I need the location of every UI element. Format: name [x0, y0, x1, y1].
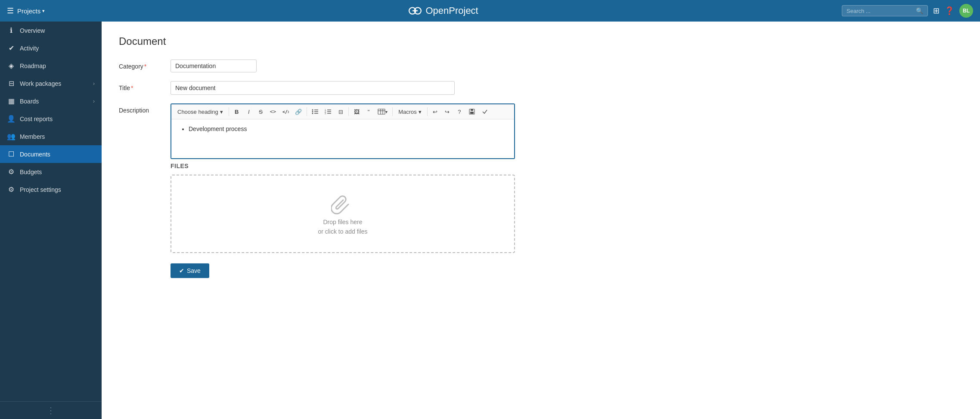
- avatar[interactable]: BL: [959, 4, 973, 18]
- save-toolbar-button[interactable]: [466, 106, 478, 117]
- editor-field: Choose heading ▾ B I S <> </> 🔗: [171, 103, 515, 278]
- bullet-list-icon: [312, 109, 319, 115]
- numbered-list-button[interactable]: 1. 2. 3.: [322, 106, 334, 117]
- roadmap-icon: ◈: [7, 62, 16, 70]
- title-row: Title*: [119, 81, 963, 95]
- toolbar-separator-3: [348, 107, 349, 116]
- sidebar-item-label: Members: [20, 133, 95, 140]
- macros-label: Macros: [398, 109, 417, 115]
- required-star: *: [131, 84, 133, 91]
- documents-icon: ☐: [7, 150, 16, 158]
- category-row: Category* Documentation Meetings Technic…: [119, 59, 963, 72]
- toolbar-separator-2: [307, 107, 307, 116]
- macros-dropdown-button[interactable]: Macros ▾: [395, 107, 425, 117]
- sidebar-item-boards[interactable]: ▦ Boards ›: [0, 92, 102, 110]
- svg-point-8: [312, 113, 313, 114]
- logo-text: OpenProject: [425, 5, 478, 16]
- members-icon: 👥: [7, 132, 16, 141]
- drop-files-text: Drop files here: [323, 219, 362, 225]
- sidebar-item-activity[interactable]: ✔ Activity: [0, 39, 102, 57]
- budgets-icon: ⚙: [7, 168, 16, 176]
- editor-toolbar: Choose heading ▾ B I S <> </> 🔗: [171, 104, 514, 119]
- help-button[interactable]: ?: [454, 106, 465, 117]
- undo-button[interactable]: ↩: [430, 106, 441, 117]
- cost-reports-icon: 👤: [7, 115, 16, 123]
- sidebar-item-label: Activity: [20, 45, 95, 52]
- quote-button[interactable]: ": [363, 106, 374, 117]
- macros-chevron-icon: ▾: [419, 109, 422, 115]
- svg-text:</>: </>: [282, 109, 289, 114]
- indent-button[interactable]: ⊟: [335, 106, 346, 117]
- cancel-toolbar-button[interactable]: [479, 106, 491, 117]
- search-input[interactable]: [847, 8, 916, 14]
- paperclip-icon: [331, 193, 354, 216]
- grid-icon[interactable]: ⊞: [933, 6, 940, 16]
- search-box[interactable]: 🔍: [842, 5, 928, 16]
- svg-text:3.: 3.: [325, 112, 326, 115]
- files-dropzone[interactable]: Drop files here or click to add files: [171, 175, 515, 253]
- image-button[interactable]: 🖼: [351, 106, 362, 117]
- description-label: Description: [119, 103, 162, 114]
- editor-container: Choose heading ▾ B I S <> </> 🔗: [171, 103, 515, 159]
- sidebar-item-label: Budgets: [20, 169, 95, 175]
- bullet-list-button[interactable]: [309, 106, 321, 117]
- sidebar-item-work-packages[interactable]: ⊟ Work packages ›: [0, 75, 102, 92]
- sidebar-item-overview[interactable]: ℹ Overview: [0, 22, 102, 39]
- sidebar-item-label: Roadmap: [20, 63, 95, 69]
- save-button[interactable]: ✔ Save: [171, 263, 209, 278]
- strikethrough-button[interactable]: S: [255, 106, 267, 117]
- table-button[interactable]: ▾: [375, 106, 390, 117]
- sidebar-resize-handle[interactable]: ⋮: [47, 405, 55, 416]
- sidebar-item-project-settings[interactable]: ⚙ Project settings: [0, 181, 102, 198]
- cancel-icon: [481, 108, 488, 115]
- svg-point-4: [312, 109, 313, 111]
- inline-code-button[interactable]: </>: [279, 106, 292, 117]
- heading-chevron-icon: ▾: [220, 109, 223, 115]
- sidebar-item-label: Project settings: [20, 186, 95, 193]
- sidebar-item-members[interactable]: 👥 Members: [0, 128, 102, 145]
- title-input[interactable]: [171, 81, 455, 95]
- logo-icon: [408, 6, 422, 15]
- files-header: FILES: [171, 163, 515, 169]
- editor-body[interactable]: Development process: [171, 119, 514, 158]
- chevron-right-icon: ›: [93, 81, 95, 87]
- editor-list-item: Development process: [189, 125, 507, 133]
- italic-button[interactable]: I: [243, 106, 254, 117]
- code-button[interactable]: <>: [267, 106, 279, 117]
- category-field: Documentation Meetings Technical: [171, 59, 515, 72]
- table-chevron-icon: ▾: [385, 109, 388, 114]
- heading-label: Choose heading: [177, 109, 218, 115]
- redo-button[interactable]: ↪: [442, 106, 453, 117]
- sidebar-item-label: Boards: [20, 98, 89, 105]
- sidebar-item-roadmap[interactable]: ◈ Roadmap: [0, 57, 102, 75]
- toolbar-separator-5: [427, 107, 428, 116]
- help-icon[interactable]: ❓: [945, 6, 954, 16]
- sidebar-bottom: ⋮: [0, 401, 102, 419]
- category-label: Category*: [119, 59, 162, 70]
- heading-dropdown-button[interactable]: Choose heading ▾: [174, 107, 226, 117]
- chevron-right-icon: ›: [93, 98, 95, 104]
- project-settings-icon: ⚙: [7, 185, 16, 194]
- search-icon: 🔍: [916, 7, 923, 14]
- category-select[interactable]: Documentation Meetings Technical: [171, 59, 257, 72]
- svg-rect-21: [471, 109, 473, 111]
- sidebar-item-cost-reports[interactable]: 👤 Cost reports: [0, 110, 102, 128]
- overview-icon: ℹ: [7, 26, 16, 34]
- top-navigation: ☰ Projects ▾ OpenProject 🔍 ⊞ ❓ BL: [0, 0, 980, 22]
- hamburger-menu-icon[interactable]: ☰: [7, 6, 14, 16]
- sidebar-item-documents[interactable]: ☐ Documents: [0, 145, 102, 163]
- numbered-list-icon: 1. 2. 3.: [325, 109, 332, 115]
- svg-rect-22: [470, 112, 474, 114]
- check-icon: ✔: [179, 267, 184, 274]
- main-layout: ℹ Overview ✔ Activity ◈ Roadmap ⊟ Work p…: [0, 22, 980, 419]
- boards-icon: ▦: [7, 97, 16, 105]
- projects-dropdown-button[interactable]: Projects ▾: [17, 7, 45, 15]
- sidebar-item-budgets[interactable]: ⚙ Budgets: [0, 163, 102, 181]
- page-title: Document: [119, 35, 963, 47]
- link-button[interactable]: 🔗: [292, 106, 304, 117]
- table-icon: [378, 109, 385, 115]
- toolbar-separator: [229, 107, 229, 116]
- sidebar-item-label: Documents: [20, 151, 95, 158]
- code-block-icon: </>: [282, 108, 289, 115]
- bold-button[interactable]: B: [231, 106, 242, 117]
